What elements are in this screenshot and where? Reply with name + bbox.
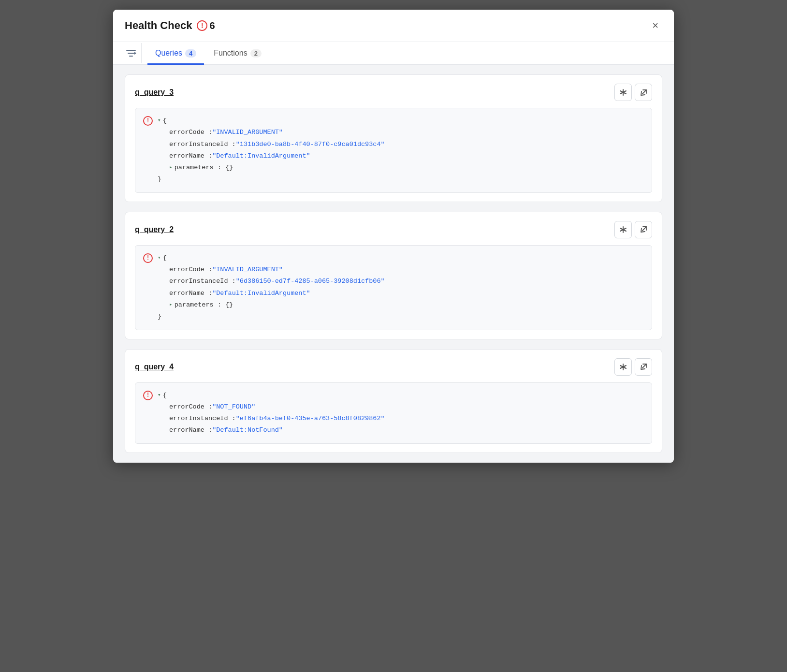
modal-title: Health Check (125, 19, 192, 32)
svg-line-15 (642, 364, 646, 368)
query-card-header-2: q_query_2 (135, 221, 652, 238)
code-line-brace-open-1: ▾ { (158, 115, 385, 127)
external-link-button-2[interactable] (635, 221, 652, 238)
code-content-3: ▾ { errorCode : "NOT_FOUND" errorInstanc… (158, 390, 385, 437)
tabs-bar: Queries 4 Functions 2 (113, 42, 674, 65)
title-area: Health Check ! 6 (125, 19, 215, 32)
error-badge: ! 6 (197, 20, 215, 31)
error-status-icon-2: ! (143, 253, 153, 263)
code-content-2: ▾ { errorCode : "INVALID_ARGUMENT" error… (158, 252, 385, 323)
query-actions-2 (614, 221, 652, 238)
asterisk-button-3[interactable] (614, 358, 632, 376)
query-name-3[interactable]: q_query_4 (135, 363, 174, 371)
external-link-button-3[interactable] (635, 358, 652, 376)
health-check-modal: Health Check ! 6 × Queries 4 Functions 2 (113, 10, 674, 463)
tab-functions[interactable]: Functions 2 (206, 42, 269, 65)
code-line-brace-open-3: ▾ { (158, 390, 385, 401)
code-line-brace-close-2: } (158, 311, 385, 322)
params-toggle-1[interactable]: ▸ (169, 163, 173, 173)
tab-functions-badge: 2 (250, 49, 262, 58)
code-line-errorinstanceid-2: errorInstanceId : "6d386150-ed7f-4285-a0… (158, 276, 385, 287)
code-line-errorcode-1: errorCode : "INVALID_ARGUMENT" (158, 127, 385, 138)
code-line-errorinstanceid-1: errorInstanceId : "131b3de0-ba8b-4f40-87… (158, 139, 385, 150)
error-block-3: ! ▾ { errorCode : "NOT_FOUND" errorInsta… (135, 382, 652, 444)
error-status-icon-3: ! (143, 391, 153, 400)
svg-line-7 (642, 90, 646, 94)
tab-queries-label: Queries (155, 49, 182, 58)
code-line-errorname-3: errorName : "Default:NotFound" (158, 424, 385, 436)
external-link-icon-2 (640, 226, 647, 233)
query-actions-1 (614, 84, 652, 101)
code-content-1: ▾ { errorCode : "INVALID_ARGUMENT" error… (158, 115, 385, 186)
code-line-errorinstanceid-3: errorInstanceId : "ef6afb4a-bef0-435e-a7… (158, 413, 385, 424)
svg-marker-3 (134, 52, 136, 55)
query-card-header-1: q_query_3 (135, 84, 652, 101)
code-line-errorname-1: errorName : "Default:InvalidArgument" (158, 150, 385, 162)
external-link-icon-1 (640, 89, 647, 96)
content-area: q_query_3 (113, 65, 674, 463)
code-line-parameters-2: ▸ parameters : {} (158, 299, 385, 311)
code-line-brace-open-2: ▾ { (158, 252, 385, 264)
error-block-1: ! ▾ { errorCode : "INVALID_ARGUMENT" err… (135, 108, 652, 193)
query-actions-3 (614, 358, 652, 376)
tab-functions-label: Functions (214, 49, 247, 58)
filter-button[interactable] (121, 43, 142, 63)
error-block-2: ! ▾ { errorCode : "INVALID_ARGUMENT" err… (135, 245, 652, 330)
query-name-1[interactable]: q_query_3 (135, 88, 174, 97)
error-block-inner-3: ! ▾ { errorCode : "NOT_FOUND" errorInsta… (143, 390, 644, 437)
params-toggle-2[interactable]: ▸ (169, 300, 173, 310)
modal-header: Health Check ! 6 × (113, 10, 674, 42)
code-line-brace-close-1: } (158, 174, 385, 185)
tab-queries-badge: 4 (185, 49, 196, 58)
error-block-inner-2: ! ▾ { errorCode : "INVALID_ARGUMENT" err… (143, 252, 644, 323)
error-count: 6 (209, 20, 215, 31)
svg-line-11 (642, 227, 646, 231)
asterisk-icon-2 (619, 226, 627, 234)
code-line-errorcode-3: errorCode : "NOT_FOUND" (158, 401, 385, 413)
collapse-toggle-2[interactable]: ▾ (158, 253, 161, 263)
code-line-errorname-2: errorName : "Default:InvalidArgument" (158, 288, 385, 299)
error-block-inner-1: ! ▾ { errorCode : "INVALID_ARGUMENT" err… (143, 115, 644, 186)
external-link-icon-3 (640, 363, 647, 370)
code-line-parameters-1: ▸ parameters : {} (158, 162, 385, 174)
asterisk-button-1[interactable] (614, 84, 632, 101)
query-name-2[interactable]: q_query_2 (135, 225, 174, 234)
external-link-button-1[interactable] (635, 84, 652, 101)
error-status-icon-1: ! (143, 116, 153, 126)
query-card-header-3: q_query_4 (135, 358, 652, 376)
collapse-toggle-1[interactable]: ▾ (158, 116, 161, 126)
query-card-1: q_query_3 (125, 74, 662, 202)
query-card-3: q_query_4 (125, 349, 662, 453)
tab-queries[interactable]: Queries 4 (147, 42, 204, 65)
filter-icon (126, 49, 136, 58)
collapse-toggle-3[interactable]: ▾ (158, 391, 161, 400)
query-card-2: q_query_2 (125, 212, 662, 339)
close-button[interactable]: × (648, 18, 662, 33)
code-line-errorcode-2: errorCode : "INVALID_ARGUMENT" (158, 264, 385, 276)
asterisk-button-2[interactable] (614, 221, 632, 238)
asterisk-icon-1 (619, 88, 627, 96)
error-icon: ! (197, 20, 207, 31)
asterisk-icon-3 (619, 363, 627, 371)
